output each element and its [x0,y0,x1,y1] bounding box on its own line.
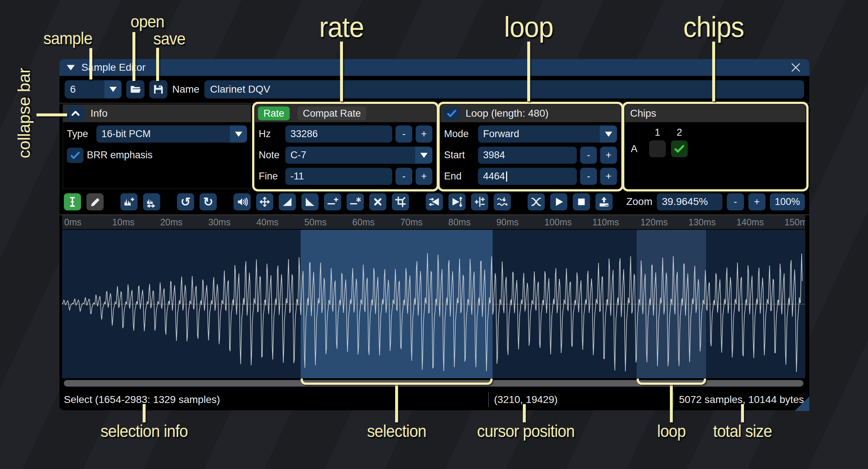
window-collapse-icon[interactable] [67,65,75,70]
delete-icon [372,196,383,208]
window-resize-grip[interactable] [795,396,809,411]
loop-panel: Loop (length: 480) Mode Forward Start 39… [440,104,621,189]
ruler-tick-label: 70ms [400,215,423,229]
ruler-tick-label: 40ms [256,215,278,229]
invert-button[interactable] [448,193,466,210]
redo-button[interactable]: ↻ [200,193,217,210]
annotation-sample: sample [43,28,92,48]
fade-in-button[interactable] [279,193,296,210]
time-ruler[interactable]: 0ms10ms20ms30ms40ms50ms60ms70ms80ms90ms1… [62,215,805,229]
loop-start-value: 3984 [483,150,505,161]
fine-increment-button[interactable]: + [416,168,432,185]
fine-value: -11 [290,171,304,182]
crossfade-loop-points-button[interactable] [528,193,545,210]
hz-decrement-button[interactable]: - [396,125,412,143]
save-sample-button[interactable] [149,80,167,98]
stop-preview-icon [576,196,587,208]
annotation-open: open [131,12,164,31]
resize-button[interactable] [120,193,138,210]
dropdown-arrow-icon[interactable] [104,80,121,98]
loop-end-value: 4464 [483,171,505,182]
undo-button[interactable]: ↺ [177,193,194,210]
ruler-tick-label: 10ms [112,215,135,229]
stop-preview-button[interactable] [573,193,590,210]
zoom-reset-button[interactable]: 100% [770,193,805,210]
zoom-value: 39.9645% [662,196,708,208]
close-button[interactable] [790,61,802,74]
loop-end-increment-button[interactable]: + [600,168,617,185]
annotation-line-sample [89,48,92,80]
fade-out-button[interactable] [301,193,319,210]
dropdown-arrow-icon[interactable] [600,125,617,143]
chip-a2-checkbox[interactable] [671,140,688,157]
note-value: C-7 [285,147,415,164]
loop-start-increment-button[interactable]: + [600,147,617,164]
loop-end-input[interactable]: 4464 [478,168,577,185]
annotation-line-chips [712,42,715,101]
select-button[interactable] [64,193,81,210]
open-sample-button[interactable] [126,80,144,98]
chip-a1-checkbox[interactable] [649,140,666,157]
upload-to-chip-button[interactable] [595,193,613,210]
upload-to-chip-icon [598,196,610,208]
loop-end-decrement-button[interactable]: - [580,168,597,185]
hz-input[interactable]: 33286 [285,125,392,143]
amplify-button[interactable] [234,193,251,210]
annotation-line-loop-region [670,384,673,422]
zoom-cluster: Zoom 39.9645% - + 100% [626,193,805,210]
insert-silence-button[interactable] [324,193,341,210]
sample-index-dropdown[interactable]: 6 [65,80,121,98]
annotation-total-size: total size [713,421,772,441]
loop-end-label: End [444,171,475,182]
fine-input[interactable]: -11 [285,168,392,185]
waveform-display[interactable] [62,230,805,378]
annotation-selection: selection [367,421,426,441]
reverse-icon [429,196,440,208]
reverse-button[interactable] [426,193,443,210]
loop-start-label: Start [444,150,475,161]
selection-bracket [301,379,493,385]
apply-silence-button[interactable] [347,193,364,210]
dropdown-arrow-icon[interactable] [415,147,432,164]
ruler-tick-label: 60ms [352,215,375,229]
annotation-rate: rate [319,11,364,44]
draw-icon [89,196,101,208]
amplify-icon [236,196,248,208]
loop-mode-value: Forward [478,125,600,143]
resample-icon [146,196,157,208]
preview-sample-button[interactable] [550,193,567,210]
sample-index-value: 6 [65,80,104,98]
trim-button[interactable] [392,193,409,210]
rate-mode-button[interactable]: Rate [258,106,290,120]
note-select[interactable]: C-7 [285,147,432,164]
fine-decrement-button[interactable]: - [396,168,412,185]
brr-emphasis-checkbox[interactable] [67,148,84,163]
signed-unsigned-icon [474,196,485,208]
loop-bracket [637,379,706,385]
filter-button[interactable] [494,193,511,210]
sample-type-select[interactable]: 16-bit PCM [96,125,247,143]
hz-increment-button[interactable]: + [416,125,432,143]
window-titlebar[interactable]: Sample Editor [59,59,809,76]
zoom-out-button[interactable]: - [727,193,744,210]
zoom-in-button[interactable]: + [748,193,765,210]
normalize-button[interactable] [256,193,273,210]
zoom-input[interactable]: 39.9645% [657,193,722,210]
signed-unsigned-button[interactable] [471,193,488,210]
loop-enable-checkbox[interactable] [443,106,460,120]
draw-button[interactable] [86,193,104,210]
delete-button[interactable] [369,193,386,210]
status-bar: Select (1654-2983: 1329 samples) (3210, … [59,388,809,411]
loop-start-input[interactable]: 3984 [478,147,577,164]
ruler-tick-label: 110ms [593,215,619,229]
loop-mode-select[interactable]: Forward [478,125,617,143]
resample-button[interactable] [143,193,160,210]
waveform-plot [62,230,803,378]
compat-rate-button[interactable]: Compat Rate [297,106,366,120]
resize-icon [123,196,135,208]
loop-start-decrement-button[interactable]: - [580,147,597,164]
dropdown-arrow-icon[interactable] [230,125,247,143]
loop-panel-title: Loop (length: 480) [466,108,548,119]
annotation-line-open [132,32,135,81]
collapse-info-button[interactable] [66,106,85,121]
